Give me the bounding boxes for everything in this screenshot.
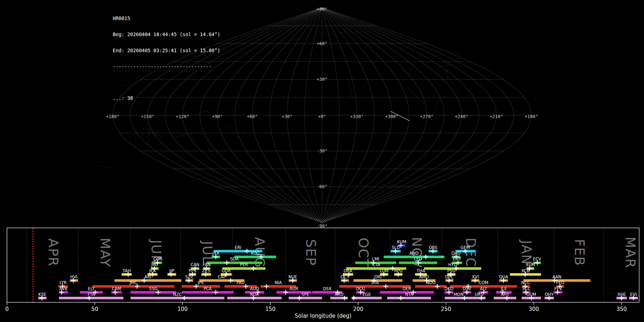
shower-code-label: JPE <box>197 280 204 285</box>
shower-code-label: JRC <box>151 262 158 267</box>
shower-code-label: ARI <box>145 274 151 279</box>
meteor-trail <box>93 165 112 168</box>
shower-peak-cross <box>214 290 218 295</box>
shower-code-label: FTA <box>88 292 95 297</box>
x-axis-tick-label: 0 <box>5 306 9 312</box>
shower-bar <box>352 297 382 299</box>
map-lat-label: -30° <box>317 148 327 153</box>
shower-code-label: DPC <box>445 274 454 279</box>
meteor-trail <box>435 65 452 67</box>
meteor-trail <box>447 66 448 84</box>
meteor-trail <box>407 87 424 104</box>
shower-code-label: COM <box>479 280 488 285</box>
shower-code-label: DRA <box>343 268 352 273</box>
shower-code-label: GDR <box>221 268 231 273</box>
map-lon-label: +300° <box>385 114 399 119</box>
shower-peak-cross <box>245 249 249 254</box>
shower-code-label: MON <box>454 292 464 297</box>
shower-code-label: LUM <box>380 268 389 273</box>
shower-code-label: SPE <box>302 292 309 297</box>
shower-bar <box>415 285 447 288</box>
map-lat-label: +90° <box>317 6 327 12</box>
shower-bar <box>92 285 175 288</box>
shower-code-label: AHY <box>501 292 510 297</box>
shower-code-label: OER <box>402 286 411 291</box>
shower-bar <box>182 285 220 288</box>
shower-code-label: PPS <box>189 268 196 273</box>
shower-code-label: ALY <box>480 286 488 291</box>
shower-code-label: PAU <box>236 280 244 285</box>
shower-code-label: KSE <box>38 292 46 297</box>
map-lon-label: +0° <box>318 114 326 119</box>
meteor-trail <box>409 65 412 78</box>
shower-code-label: CAN <box>191 262 200 267</box>
shower-bar <box>339 285 411 288</box>
shower-code-label: NCC <box>521 280 530 285</box>
map-lon-label: +90° <box>212 114 223 119</box>
shower-code-label: JXA <box>212 251 219 256</box>
meteor-trail <box>237 100 245 121</box>
map-lon-label: +150° <box>141 114 155 119</box>
shower-code-label: STA <box>371 280 379 285</box>
map-lon-label: +270° <box>420 114 434 119</box>
shower-bar <box>289 297 322 299</box>
shower-code-label: THA <box>416 268 425 273</box>
meteor-trail <box>143 128 162 137</box>
shower-code-label: EVI <box>630 292 637 297</box>
shower-code-label: CAP <box>218 274 226 279</box>
shower-code-label: URS <box>475 292 483 297</box>
shower-code-label: NDA <box>250 292 259 297</box>
shower-bar <box>182 291 234 294</box>
shower-code-label: CAM <box>112 286 121 291</box>
shower-code-label: JEA <box>149 268 156 273</box>
x-axis-title: Solar longitude (deg) <box>295 313 351 319</box>
shower-bar <box>131 291 176 294</box>
map-lon-label: +330° <box>350 114 364 119</box>
map-lon-label: +30° <box>282 114 292 119</box>
end-line: End: 20260405 03:25:41 (sol = 15.00°) <box>113 48 220 53</box>
shower-code-label: HVI <box>70 274 78 279</box>
shower-code-label: COR <box>153 257 162 262</box>
shower-code-label: KUM <box>397 239 406 244</box>
x-axis-tick-label: 200 <box>353 306 364 312</box>
shower-code-label: OHY <box>545 292 554 297</box>
map-lon-label: +180° <box>525 114 538 119</box>
separator-line: ---------------------------------- <box>113 64 220 69</box>
shower-peak-cross <box>399 296 403 301</box>
shower-code-label: XUM <box>526 262 535 267</box>
shower-code-label: XVI <box>472 274 479 279</box>
x-axis-tick-label: 350 <box>616 306 627 312</box>
meteor-trail <box>223 122 238 137</box>
shower-bar <box>387 297 431 299</box>
shower-code-label: LYR <box>59 280 67 285</box>
shower-code-label: FED <box>556 280 565 285</box>
shower-code-label: OBS <box>429 245 437 250</box>
x-axis-tick-label: 300 <box>529 306 539 312</box>
shower-code-label: PCA <box>204 286 212 291</box>
shower-code-label: SDA <box>230 257 239 262</box>
shower-peak-cross <box>351 296 356 301</box>
map-lon-label: +210° <box>490 114 503 119</box>
shower-code-label: DSX <box>323 286 331 291</box>
shower-peak-cross <box>297 296 302 301</box>
shower-code-label: DSV <box>463 286 471 291</box>
meteor-trail <box>237 77 246 93</box>
shower-code-label: CTA <box>372 262 380 267</box>
shower-code-label: SLD <box>392 245 400 250</box>
shower-code-label: JLE <box>501 286 507 291</box>
shower-code-label: TAH <box>122 268 131 273</box>
shower-code-label: ZCS <box>202 268 210 273</box>
sky-map-and-timeline-plot: +180°+150°+120°+90°+60°+30°+0°+330°+300°… <box>0 0 644 322</box>
shower-bar <box>114 279 181 282</box>
shower-code-label: GEM <box>460 245 470 250</box>
shower-code-label: AUR <box>289 286 298 291</box>
shower-code-label: ELY <box>88 286 95 291</box>
shower-code-label: NUE <box>288 274 297 279</box>
shower-code-label: PER <box>240 262 248 267</box>
shower-code-label: AVB <box>59 286 68 291</box>
shower-peak-cross <box>264 284 269 289</box>
shower-code-label: NOO <box>426 280 436 285</box>
map-lon-label: +60° <box>247 114 258 119</box>
map-lat-label: +60° <box>317 41 327 46</box>
shower-code-label: JIP <box>169 268 174 273</box>
